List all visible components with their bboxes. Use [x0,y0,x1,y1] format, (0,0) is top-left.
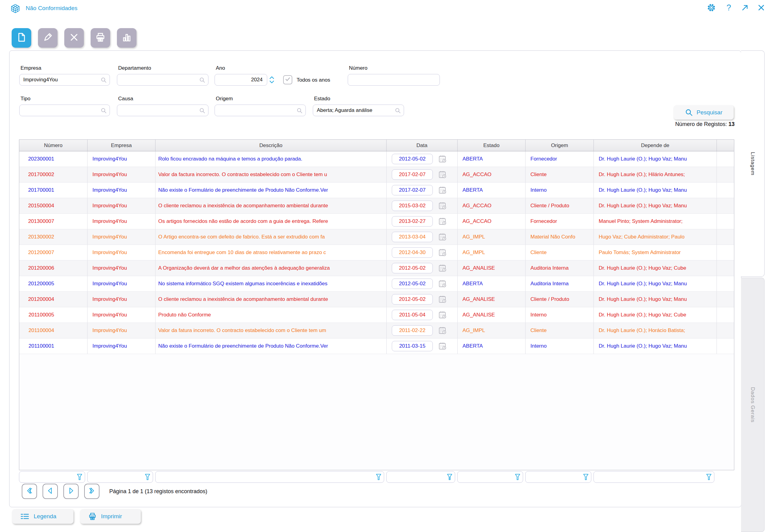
last-page-button[interactable] [84,484,99,499]
estado-input[interactable] [313,105,404,116]
calendar-clock-icon[interactable] [438,155,447,163]
filter-origem-input[interactable] [525,471,592,483]
calendar-clock-icon[interactable] [438,279,447,288]
filter-descricao-input[interactable] [155,471,384,483]
date-field[interactable]: 2015-03-02 [392,201,433,211]
table-row[interactable]: 201200004 Improving4You O cliente reclam… [19,292,734,307]
col-header-depende[interactable]: Depende de [594,140,717,151]
legenda-button[interactable]: Legenda [12,509,73,524]
table-row[interactable]: 201100001 Improving4You Não existe o For… [19,338,734,354]
table-row[interactable]: 201100004 Improving4You Valor da fatura … [19,323,734,338]
imprimir-label: Imprimir [101,513,122,520]
table-row[interactable]: 201200007 Improving4You Encomenda foi en… [19,245,734,260]
funnel-icon[interactable] [706,473,712,482]
funnel-icon[interactable] [514,473,521,482]
calendar-clock-icon[interactable] [438,311,447,319]
help-icon[interactable]: ? [724,3,733,12]
date-field[interactable]: 2012-05-02 [392,154,433,164]
statistics-button[interactable] [117,28,136,48]
spinner-up-icon [269,76,275,79]
origem-input[interactable] [215,105,306,116]
close-icon[interactable] [757,3,766,12]
funnel-icon[interactable] [375,473,382,482]
filter-estado-input[interactable] [457,471,523,483]
funnel-icon[interactable] [583,473,589,482]
edit-record-button[interactable] [38,28,57,48]
calendar-clock-icon[interactable] [438,342,447,350]
calendar-clock-icon[interactable] [438,201,447,210]
col-header-numero[interactable]: Número [19,140,87,151]
filter-empresa-input[interactable] [87,471,153,483]
print-records-button[interactable] [91,28,110,48]
calendar-clock-icon[interactable] [438,295,447,304]
col-header-empresa[interactable]: Empresa [87,140,155,151]
empresa-input[interactable] [20,74,109,85]
departamento-input[interactable] [117,74,208,85]
open-window-icon[interactable] [740,3,750,12]
calendar-clock-icon[interactable] [438,264,447,272]
origem-field[interactable] [215,105,306,116]
new-record-button[interactable] [12,28,31,48]
table-row[interactable]: 201200005 Improving4You No sistema infor… [19,276,734,292]
table-row[interactable]: 201200006 Improving4You A Organização de… [19,260,734,276]
cell-empresa: Improving4You [87,214,155,229]
calendar-clock-icon[interactable] [438,170,447,179]
first-page-button[interactable] [22,484,37,499]
col-header-origem[interactable]: Origem [525,140,594,151]
funnel-icon[interactable] [76,473,83,482]
col-header-descricao[interactable]: Descrição [155,140,387,151]
date-field[interactable]: 2017-02-07 [392,169,433,180]
empresa-field[interactable] [19,74,110,86]
calendar-clock-icon[interactable] [438,233,447,241]
filter-numero-input[interactable] [19,471,85,483]
date-field[interactable]: 2012-05-02 [392,294,433,305]
tab-listagem[interactable]: Listagem [741,50,765,277]
date-field[interactable]: 2011-05-04 [392,310,433,320]
date-field[interactable]: 2012-04-30 [392,247,433,258]
filter-depende-input[interactable] [594,471,714,483]
table-row[interactable]: 201300007 Improving4You Os artigos forne… [19,214,734,229]
date-field[interactable]: 2012-05-02 [392,279,433,289]
tipo-input[interactable] [20,105,109,116]
settings-gear-icon[interactable] [707,3,716,12]
col-header-estado[interactable]: Estado [458,140,525,151]
departamento-field[interactable] [117,74,209,86]
ano-field[interactable] [215,74,267,86]
pesquisar-button[interactable]: Pesquisar [674,105,734,120]
funnel-icon[interactable] [144,473,151,482]
imprimir-button[interactable]: Imprimir [80,509,141,524]
numero-input[interactable] [348,74,439,85]
tab-dados-gerais[interactable]: Dados Gerais [741,278,765,532]
next-page-button[interactable] [63,484,79,499]
col-header-data[interactable]: Data [387,140,458,151]
table-row[interactable]: 201100005 Improving4You Produto não Conf… [19,307,734,323]
calendar-clock-icon[interactable] [438,217,447,226]
funnel-icon[interactable] [446,473,453,482]
table-row[interactable]: 201300002 Improving4You O Artigo encontr… [19,229,734,245]
causa-field[interactable] [117,105,209,116]
year-spinner[interactable] [269,74,276,86]
numero-field[interactable] [348,74,440,86]
calendar-clock-icon[interactable] [438,186,447,194]
cancel-record-button[interactable] [64,28,84,48]
cell-extra [717,307,734,323]
estado-field[interactable] [313,105,404,116]
date-field[interactable]: 2011-03-15 [392,341,433,351]
table-row[interactable]: 202300001 Improving4You Rolo ficou encra… [19,151,734,167]
tipo-field[interactable] [19,105,110,116]
ano-input[interactable] [215,74,267,85]
causa-input[interactable] [117,105,208,116]
calendar-clock-icon[interactable] [438,326,447,335]
date-field[interactable]: 2012-05-02 [392,263,433,273]
todos-os-anos-checkbox[interactable] [283,75,292,84]
table-row[interactable]: 201700001 Improving4You Não existe o For… [19,183,734,198]
date-field[interactable]: 2017-02-07 [392,185,433,195]
date-field[interactable]: 2011-02-22 [392,325,433,336]
filter-data-input[interactable] [386,471,455,483]
calendar-clock-icon[interactable] [438,248,447,257]
previous-page-button[interactable] [43,484,58,499]
table-row[interactable]: 201700002 Improving4You Valor da factura… [19,167,734,183]
date-field[interactable]: 2013-03-04 [392,232,433,242]
date-field[interactable]: 2013-02-27 [392,216,433,227]
table-row[interactable]: 201500004 Improving4You O cliente reclam… [19,198,734,214]
